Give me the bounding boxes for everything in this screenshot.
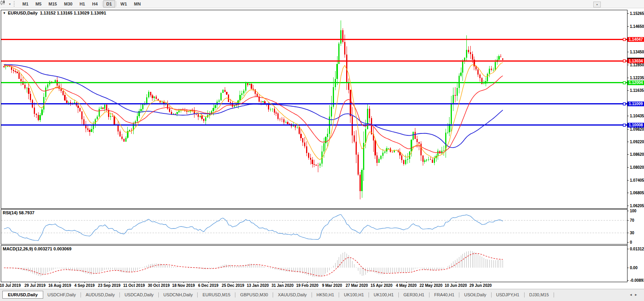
macd-panel[interactable] (1, 246, 627, 282)
svg-text:1.12850: 1.12850 (630, 63, 644, 67)
tab-usoil-daily-13[interactable]: USOil,Daily (460, 291, 490, 298)
svg-text:6 Dec 2019: 6 Dec 2019 (198, 283, 218, 288)
tab-separator (235, 292, 235, 297)
tab-separator (273, 292, 273, 297)
collapse-triangle-icon[interactable]: ▼ (3, 11, 6, 15)
svg-text:-0.008933: -0.008933 (630, 278, 644, 283)
svg-text:4 May 2020: 4 May 2020 (396, 283, 417, 288)
tab-separator (158, 292, 159, 297)
trading-terminal: ▾ M1M5M15M30H1H4D1W1MN ▴ 1.152651.146501… (0, 0, 644, 301)
svg-text:29 Jun 2020: 29 Jun 2020 (470, 283, 492, 288)
rsi-panel[interactable] (1, 210, 627, 244)
candlestick-chart-icon[interactable] (1, 1, 9, 7)
svg-text:1.13450: 1.13450 (630, 50, 644, 54)
svg-text:1.12004: 1.12004 (629, 80, 643, 85)
rsi-label: RSI(14) 58.7937 (3, 210, 35, 215)
tab-audusd-daily-2[interactable]: AUDUSD,Daily (81, 291, 119, 298)
svg-text:1.08620: 1.08620 (630, 152, 644, 157)
tab-eurusd-m15-5[interactable]: EURUSD,M15 (198, 291, 235, 298)
tab-xauusd-daily-7[interactable]: XAUUSD,Daily (273, 291, 311, 298)
svg-text:1.11635: 1.11635 (630, 88, 644, 93)
timeframe-button-m15[interactable]: M15 (45, 0, 61, 7)
tab-separator (398, 292, 399, 297)
tab-scroll-arrows: ◂▸ (630, 292, 640, 297)
timeframe-button-h1[interactable]: H1 (76, 0, 88, 7)
tab-separator (312, 292, 312, 297)
tab-dj30-m15-15[interactable]: DJ30,M15 (525, 291, 553, 298)
tab-fra40-h1-12[interactable]: FRA40,H1 (430, 291, 459, 298)
tab-uk100-h1-9[interactable]: UK100,H1 (339, 291, 368, 298)
timeframe-button-h4[interactable]: H4 (88, 0, 101, 7)
tab-separator (81, 292, 81, 297)
toolbar-separator (102, 1, 103, 7)
svg-text:1.09820: 1.09820 (630, 127, 644, 131)
macd-label: MACD(12,26,9) 0.003271 0.003069 (3, 246, 72, 251)
svg-text:4 Sep 2019: 4 Sep 2019 (74, 283, 95, 288)
chart-window[interactable]: 1.152651.146501.134501.128501.122351.116… (0, 8, 644, 289)
svg-text:0: 0 (630, 240, 632, 244)
price-badge-1.12004: 1.12004 (627, 80, 644, 85)
svg-text:0.013121: 0.013121 (630, 247, 644, 251)
svg-text:1.08020: 1.08020 (630, 165, 644, 170)
date-axis: 10 Jul 201929 Jul 201916 Aug 20194 Sep 2… (0, 282, 492, 288)
chart-canvas[interactable]: 1.152651.146501.134501.128501.122351.116… (0, 8, 644, 289)
svg-text:19 Feb 2020: 19 Feb 2020 (296, 283, 319, 288)
svg-text:1.12235: 1.12235 (630, 76, 644, 80)
price-badge-1.10008: 1.10008 (627, 123, 644, 128)
svg-text:1.07405: 1.07405 (630, 178, 644, 182)
svg-text:100: 100 (630, 209, 637, 213)
timeframe-button-m1[interactable]: M1 (19, 0, 32, 7)
timeframe-buttons: M1M5M15M30H1H4D1W1MN (19, 0, 144, 7)
tab-usdcad-daily-3[interactable]: USDCAD,Daily (120, 291, 158, 298)
chart-symbol-label: EURUSD,Daily (8, 11, 38, 15)
svg-text:1.13034: 1.13034 (629, 59, 643, 63)
tab-separator (524, 292, 525, 297)
tab-ger30-h1-11[interactable]: GER30,H1 (399, 291, 429, 298)
svg-text:30 Oct 2019: 30 Oct 2019 (148, 283, 170, 288)
timeframe-button-m30[interactable]: M30 (61, 0, 76, 7)
tab-gbpusd-m30-6[interactable]: GBPUSD,M30 (236, 291, 272, 298)
svg-text:9 Mar 2020: 9 Mar 2020 (322, 283, 342, 288)
svg-text:0.00: 0.00 (630, 266, 638, 270)
svg-text:29 Jul 2019: 29 Jul 2019 (24, 283, 46, 288)
price-badge-1.13034: 1.13034 (627, 58, 644, 63)
toolbar-grip-handle[interactable] (14, 1, 16, 7)
timeframe-button-mn[interactable]: MN (130, 0, 144, 7)
chart-tab-bar: EURUSD,DailyUSDCHF,DailyAUDUSD,DailyUSDC… (0, 289, 644, 301)
timeframe-toolbar: ▾ M1M5M15M30H1H4D1W1MN ▴ (0, 0, 644, 8)
svg-text:31 Jan 2020: 31 Jan 2020 (272, 283, 294, 288)
svg-text:1.15265: 1.15265 (630, 11, 644, 16)
tab-separator (339, 292, 339, 297)
scroll-up-button[interactable]: ▴ (593, 2, 601, 7)
tab-usdjpy-h1-14[interactable]: USDJPY,H1 (492, 291, 524, 298)
timeframe-button-d1[interactable]: D1 (103, 0, 115, 7)
tab-usdchf-daily-1[interactable]: USDCHF,Daily (43, 291, 80, 298)
svg-text:13 Jan 2020: 13 Jan 2020 (247, 283, 269, 288)
tab-eurusd-daily-0[interactable]: EURUSD,Daily (2, 291, 43, 299)
tab-hk50-h1-8[interactable]: HK50,H1 (312, 291, 339, 298)
chart-ohlc-values: 1.13152 1.13165 1.13029 1.13091 (40, 11, 106, 15)
svg-text:1.09220: 1.09220 (630, 140, 644, 144)
tab-scroll-right-icon[interactable]: ▸ (635, 292, 640, 297)
tab-uk100-h1-10[interactable]: UK100,H1 (369, 291, 398, 298)
tab-separator (119, 292, 120, 297)
tab-usdcnh-daily-4[interactable]: USDCNH,Daily (159, 291, 197, 298)
chevron-down-icon[interactable]: ▾ (9, 2, 11, 6)
tab-separator (491, 292, 492, 297)
svg-text:15 Apr 2020: 15 Apr 2020 (371, 283, 393, 288)
svg-text:22 May 2020: 22 May 2020 (420, 283, 443, 288)
macd-axis: 0.0131210.00-0.008933 (627, 247, 644, 282)
svg-text:16 Aug 2019: 16 Aug 2019 (48, 283, 71, 288)
svg-text:1.14650: 1.14650 (630, 24, 644, 29)
tab-separator (429, 292, 429, 297)
timeframe-button-m5[interactable]: M5 (32, 0, 45, 7)
svg-text:1.06205: 1.06205 (630, 204, 644, 208)
rsi-axis: 10070300 (627, 209, 637, 244)
svg-text:30: 30 (630, 231, 635, 235)
svg-text:25 Dec 2019: 25 Dec 2019 (222, 283, 244, 288)
svg-text:11 Oct 2019: 11 Oct 2019 (123, 283, 145, 288)
timeframe-button-w1[interactable]: W1 (117, 0, 131, 7)
svg-text:23 Sep 2019: 23 Sep 2019 (98, 283, 121, 288)
tab-scroll-left-icon[interactable]: ◂ (630, 292, 635, 297)
tab-separator (554, 292, 554, 297)
